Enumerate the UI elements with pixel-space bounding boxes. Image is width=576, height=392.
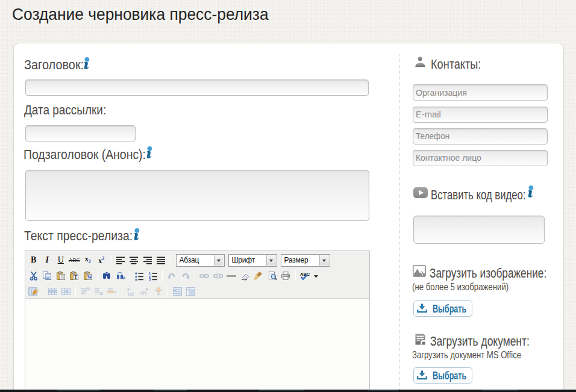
svg-text:T: T bbox=[74, 275, 78, 280]
svg-text:3: 3 bbox=[149, 278, 151, 281]
svg-text:W: W bbox=[87, 275, 92, 280]
